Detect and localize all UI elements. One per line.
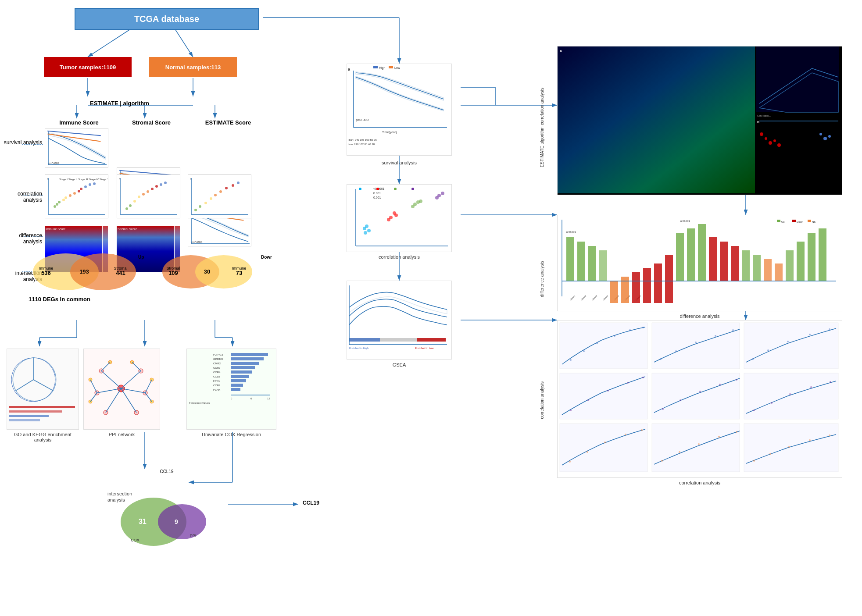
svg-rect-110: [9, 410, 62, 413]
right-difference-chart: Gene1 Gene2 Gene3 Gene4 Gene5 Gene6 Gene…: [557, 215, 842, 311]
ccl19-arrow-label: CCL19: [303, 500, 319, 506]
svg-rect-232: [566, 237, 574, 281]
right-correlation2-side-label: correlation analysis: [540, 381, 557, 419]
estimate-correlation-heatmap: Gene labels... b a: [557, 46, 842, 195]
svg-point-55: [89, 183, 91, 186]
svg-text:Low: Low: [394, 66, 401, 69]
svg-point-282: [787, 341, 789, 342]
immune-survival-chart: p=0.008: [45, 128, 108, 167]
svg-rect-309: [652, 424, 740, 472]
svg-text:Gene2: Gene2: [580, 295, 587, 301]
right-difference-label: difference analysis: [557, 313, 842, 319]
svg-text:73: 73: [236, 270, 242, 276]
svg-point-48: [62, 199, 65, 201]
stromal-score-label: Stromal Score: [123, 119, 180, 126]
venn-area: Immune 536 193 Stromal 441 Up Stromal 10…: [24, 250, 296, 303]
svg-text:a: a: [560, 49, 562, 53]
svg-text:536: 536: [41, 270, 51, 276]
ppi-network-chart: [83, 349, 160, 430]
go-kegg-label: GO and KEGG enrichment analysis: [7, 432, 79, 442]
svg-point-49: [64, 196, 67, 199]
stromal-correlation-chart: c: [117, 174, 180, 218]
right-correlation-chart: <0.0001 0.001 0.001: [347, 184, 452, 252]
svg-text:Down: Down: [261, 255, 272, 260]
difference-analysis-label: difference analysis: [4, 232, 42, 245]
svg-point-215: [760, 132, 763, 136]
svg-point-287: [587, 399, 589, 401]
svg-point-70: [164, 182, 167, 184]
svg-point-274: [660, 358, 662, 360]
svg-rect-149: [231, 362, 259, 365]
svg-point-293: [680, 399, 681, 401]
svg-point-292: [662, 408, 664, 410]
svg-line-127: [121, 371, 141, 388]
svg-text:Gene labels...: Gene labels...: [757, 114, 771, 117]
svg-point-281: [767, 349, 769, 351]
svg-point-288: [607, 390, 609, 392]
svg-text:Low: 249 182 88 40 18: Low: 249 182 88 40 18: [348, 143, 375, 146]
svg-rect-206: [417, 338, 446, 342]
svg-point-193: [411, 205, 415, 208]
estimate-correlation-chart: e: [188, 174, 251, 218]
svg-rect-242: [676, 233, 684, 281]
svg-point-185: [367, 229, 371, 232]
svg-text:CCL5: CCL5: [213, 375, 220, 378]
svg-text:PPI: PPI: [190, 534, 197, 538]
estimate-score-label: ESTIMATE Score: [197, 119, 259, 126]
svg-line-135: [145, 393, 152, 402]
svg-rect-109: [9, 406, 75, 408]
svg-line-130: [106, 388, 121, 413]
svg-point-81: [232, 184, 234, 187]
svg-text:GPR183: GPR183: [213, 358, 224, 360]
svg-rect-247: [731, 246, 739, 281]
svg-rect-297: [744, 373, 838, 419]
svg-point-278: [732, 329, 734, 331]
svg-point-201: [376, 188, 379, 190]
svg-text:0.001: 0.001: [373, 192, 381, 195]
svg-rect-150: [231, 366, 255, 369]
svg-point-218: [773, 139, 776, 142]
svg-rect-243: [687, 228, 695, 281]
svg-point-312: [698, 443, 700, 445]
svg-rect-273: [652, 323, 740, 369]
svg-point-318: [788, 446, 790, 448]
right-correlation2-label: correlation analysis: [557, 480, 842, 485]
svg-point-313: [718, 436, 720, 438]
svg-rect-241: [665, 255, 673, 303]
svg-point-294: [699, 391, 701, 392]
svg-point-308: [641, 429, 643, 431]
svg-line-3: [175, 30, 193, 57]
svg-text:12: 12: [267, 397, 270, 400]
svg-rect-155: [231, 388, 240, 391]
svg-text:P2RY13: P2RY13: [213, 353, 223, 356]
svg-point-78: [214, 194, 217, 196]
svg-point-269: [596, 342, 598, 344]
svg-point-221: [823, 137, 827, 140]
svg-text:High: High: [379, 66, 386, 70]
svg-point-268: [583, 350, 585, 352]
svg-rect-111: [9, 415, 49, 417]
go-kegg-chart: [7, 349, 79, 430]
svg-point-184: [365, 224, 368, 228]
svg-text:Stromal Score: Stromal Score: [118, 228, 137, 231]
survival-analysis-label: survival analysis: [4, 139, 42, 146]
svg-text:Up: Up: [138, 255, 144, 260]
svg-point-51: [73, 192, 76, 195]
right-correlation-scatter-grid: [557, 320, 842, 478]
intersection-bottom-area: CCL19 intersection analysis 31 9 COX PPI: [105, 469, 224, 557]
svg-point-203: [411, 188, 414, 190]
svg-point-197: [435, 196, 439, 199]
common-degs-label: 1110 DEGs in common: [29, 296, 90, 303]
svg-rect-153: [231, 379, 246, 382]
svg-line-126: [101, 371, 121, 388]
svg-text:p=0.008: p=0.008: [191, 241, 203, 244]
svg-point-46: [56, 203, 58, 206]
svg-text:Gene3: Gene3: [591, 295, 597, 301]
svg-point-69: [160, 183, 162, 186]
svg-rect-151: [231, 370, 252, 374]
svg-rect-152: [231, 375, 249, 378]
right-survival-chart: High Low p=0.009 Time(year) High: 240 19…: [347, 64, 452, 156]
svg-text:High: 240 196 100 50 25: High: 240 196 100 50 25: [348, 139, 377, 141]
svg-text:CCR7: CCR7: [213, 367, 221, 369]
svg-rect-237: [621, 277, 629, 303]
